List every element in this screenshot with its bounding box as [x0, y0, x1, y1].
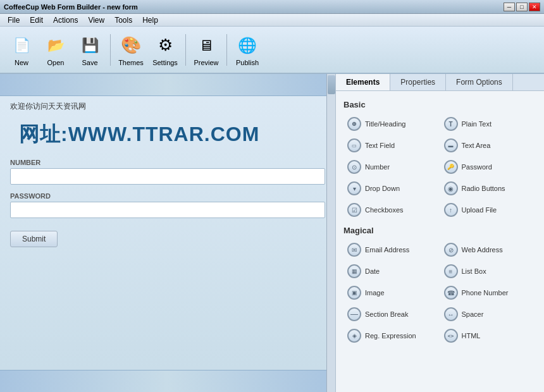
form-preview: 欢迎你访问天天资讯网 网址:WWW.TTRAR.COM NUMBER PASSW…: [0, 74, 335, 392]
element-radio-buttons[interactable]: ◉ Radio Buttons: [440, 179, 537, 198]
open-label: Open: [47, 59, 65, 66]
themes-icon: 🎨: [119, 34, 143, 58]
scroll-thumb: [328, 75, 335, 94]
elements-panel: Basic ⊕ Title/Heading T Plain Text ▭ Tex…: [336, 91, 544, 392]
themes-button[interactable]: 🎨 Themes: [114, 29, 147, 70]
image-label: Image: [365, 289, 385, 297]
open-button[interactable]: 📂 Open: [39, 29, 72, 70]
element-web-address[interactable]: ⊘ Web Address: [440, 240, 537, 259]
phone-number-icon: ☎: [444, 286, 458, 300]
element-reg-expression[interactable]: ◈ Reg. Expression: [343, 326, 440, 345]
menu-actions[interactable]: Actions: [48, 15, 83, 26]
radio-buttons-icon: ◉: [444, 181, 458, 195]
tab-properties[interactable]: Properties: [390, 74, 446, 90]
element-plain-text[interactable]: T Plain Text: [440, 114, 537, 133]
element-list-box[interactable]: ≡ List Box: [440, 262, 537, 281]
publish-label: Publish: [236, 59, 259, 66]
checkboxes-icon: ☑: [347, 203, 361, 217]
password-field-group: PASSWORD: [0, 188, 335, 222]
menu-tools[interactable]: Tools: [109, 15, 137, 26]
submit-area: Submit: [0, 222, 335, 256]
element-password[interactable]: 🔑 Password: [440, 157, 537, 176]
number-label: NUMBER: [10, 159, 325, 166]
magical-section-header: Magical: [343, 226, 536, 235]
window-title: CoffeeCup Web Form Builder - new form: [4, 3, 138, 11]
element-upload-file[interactable]: ↑ Upload File: [440, 200, 537, 219]
element-section-break[interactable]: — Section Break: [343, 305, 440, 324]
close-button[interactable]: ✕: [529, 3, 540, 11]
web-address-label: Web Address: [462, 246, 503, 254]
right-panel: Elements Properties Form Options Basic ⊕…: [335, 74, 544, 392]
list-box-label: List Box: [462, 267, 486, 275]
web-address-icon: ⊘: [444, 243, 458, 257]
preview-label: Preview: [194, 59, 218, 66]
element-number[interactable]: ⊙ Number: [343, 157, 440, 176]
submit-button[interactable]: Submit: [10, 231, 58, 247]
upload-file-label: Upload File: [462, 206, 497, 214]
themes-label: Themes: [118, 59, 144, 66]
element-phone-number[interactable]: ☎ Phone Number: [440, 283, 537, 302]
dropdown-icon: ▾: [347, 181, 361, 195]
element-title-heading[interactable]: ⊕ Title/Heading: [343, 114, 440, 133]
new-button[interactable]: 📄 New: [5, 29, 38, 70]
settings-button[interactable]: ⚙ Settings: [149, 29, 182, 70]
element-checkboxes[interactable]: ☑ Checkboxes: [343, 200, 440, 219]
password-icon: 🔑: [444, 160, 458, 174]
password-label-el: Password: [462, 163, 492, 171]
tab-form-options[interactable]: Form Options: [446, 74, 513, 90]
element-email-address[interactable]: ✉ Email Address: [343, 240, 440, 259]
title-bar: CoffeeCup Web Form Builder - new form ─ …: [0, 0, 544, 14]
window-controls: ─ □ ✕: [504, 3, 540, 11]
main-area: 欢迎你访问天天资讯网 网址:WWW.TTRAR.COM NUMBER PASSW…: [0, 74, 544, 392]
element-text-area[interactable]: ▬ Text Area: [440, 136, 537, 155]
text-area-icon: ▬: [444, 138, 458, 152]
preview-icon: 🖥: [194, 34, 218, 58]
element-image[interactable]: ▣ Image: [343, 283, 440, 302]
tab-elements[interactable]: Elements: [336, 74, 390, 90]
banner-bottom: [0, 370, 335, 392]
preview-button[interactable]: 🖥 Preview: [190, 29, 223, 70]
element-dropdown[interactable]: ▾ Drop Down: [343, 179, 440, 198]
menu-help[interactable]: Help: [137, 15, 163, 26]
magical-elements-grid: ✉ Email Address ⊘ Web Address ▦ Date ≡ L…: [343, 240, 536, 345]
element-text-field[interactable]: ▭ Text Field: [343, 136, 440, 155]
title-heading-icon: ⊕: [347, 117, 361, 131]
toolbar-separator-1: [110, 34, 111, 66]
new-icon: 📄: [9, 34, 34, 58]
spacer-label: Spacer: [462, 310, 484, 318]
radio-buttons-label: Radio Buttons: [462, 185, 505, 192]
form-scrollbar[interactable]: [326, 74, 335, 392]
menu-bar: File Edit Actions View Tools Help: [0, 14, 544, 27]
image-icon: ▣: [347, 286, 361, 300]
settings-icon: ⚙: [153, 34, 177, 58]
date-label: Date: [365, 267, 380, 275]
phone-number-label: Phone Number: [462, 289, 509, 297]
number-label-el: Number: [365, 163, 390, 171]
title-heading-label: Title/Heading: [365, 120, 405, 128]
section-break-icon: —: [347, 307, 361, 321]
menu-view[interactable]: View: [83, 15, 109, 26]
save-label: Save: [82, 59, 97, 66]
text-field-label: Text Field: [365, 142, 395, 149]
panel-tabs: Elements Properties Form Options: [336, 74, 544, 91]
number-input[interactable]: [10, 168, 325, 185]
new-label: New: [15, 59, 28, 66]
minimize-button[interactable]: ─: [504, 3, 515, 11]
email-address-icon: ✉: [347, 243, 361, 257]
email-address-label: Email Address: [365, 246, 409, 254]
dropdown-label: Drop Down: [365, 185, 400, 192]
open-icon: 📂: [44, 34, 68, 58]
menu-file[interactable]: File: [3, 15, 25, 26]
basic-elements-grid: ⊕ Title/Heading T Plain Text ▭ Text Fiel…: [343, 114, 536, 219]
element-html[interactable]: <> HTML: [440, 326, 537, 345]
reg-expression-label: Reg. Expression: [365, 332, 416, 340]
maximize-button[interactable]: □: [516, 3, 528, 11]
text-field-icon: ▭: [347, 138, 361, 152]
password-input[interactable]: [10, 202, 325, 218]
element-date[interactable]: ▦ Date: [343, 262, 440, 281]
save-button[interactable]: 💾 Save: [73, 29, 106, 70]
menu-edit[interactable]: Edit: [25, 15, 48, 26]
element-spacer[interactable]: ↔ Spacer: [440, 305, 537, 324]
publish-button[interactable]: 🌐 Publish: [231, 29, 264, 70]
date-icon: ▦: [347, 264, 361, 278]
